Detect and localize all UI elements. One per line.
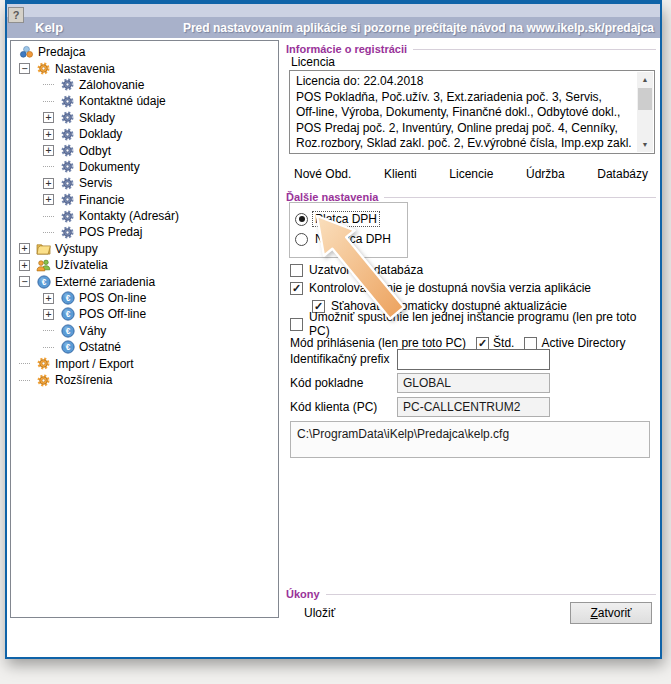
license-textbox[interactable]: Licencia do: 22.04.2018 POS Pokladňa, Po… [289,70,655,154]
tree-item-label: Doklady [79,127,122,141]
tree-item[interactable]: Kontakty (Adresár) [11,208,278,224]
expand-icon[interactable]: + [43,178,54,189]
tree-item[interactable]: +€POS On-line [11,290,278,306]
registration-button[interactable]: Údržba [522,165,569,183]
header-notice: Pred nastavovaním aplikácie si pozorne p… [183,21,654,35]
save-button[interactable]: Uložiť [300,604,339,622]
svg-text:€: € [65,342,70,352]
checkbox-label: Uzatvorená databáza [309,263,423,277]
tree-item[interactable]: +Odbyt [11,142,278,158]
vat-nonpayer-option[interactable]: Neplatca DPH [295,229,407,249]
tree-item[interactable]: +Sklady [11,110,278,126]
euro-icon: € [60,307,75,321]
tree-item-label: Výstupy [55,242,98,256]
expand-icon[interactable]: + [43,194,54,205]
gear-blue-icon [60,160,75,173]
license-scrollbar[interactable]: ▲ ▼ [637,72,653,152]
tree-item[interactable]: +Servis [11,175,278,191]
registration-button[interactable]: Databázy [593,165,652,183]
gear-blue-icon [60,78,75,91]
expand-icon[interactable]: + [19,260,30,271]
pos-code-label: Kód pokladne [290,376,397,390]
help-button[interactable]: ? [8,7,24,23]
tree-item-label: Nastavenia [55,62,115,76]
tree-connector [43,216,54,217]
tree-item[interactable]: +Financie [11,192,278,208]
scroll-up-icon[interactable]: ▲ [637,72,653,87]
header-bar: Kelp Pred nastavovaním aplikácie si pozo… [7,17,660,38]
registration-group-label: Informácie o registrácii [286,43,413,55]
prefix-label: Identifikačný prefix [290,352,397,366]
tree-item[interactable]: Dokumenty [11,159,278,175]
expand-icon[interactable]: + [43,129,54,140]
expand-icon[interactable]: + [43,309,54,320]
checkbox[interactable] [290,264,303,277]
tree-item[interactable]: +Doklady [11,126,278,142]
collapse-icon[interactable]: − [19,63,30,74]
gear-blue-icon [60,111,75,124]
license-text: Licencia do: 22.04.2018 POS Pokladňa, Po… [296,74,632,151]
users-icon [36,259,51,272]
vat-payer-option[interactable]: Platca DPH [295,209,407,229]
brand-label: Kelp [35,20,63,35]
euro-icon: € [36,275,51,289]
tree-connector [43,101,54,102]
registration-button[interactable]: Nové Obd. [290,165,355,183]
tree-item[interactable]: −Nastavenia [11,60,278,76]
expand-icon[interactable]: + [43,293,54,304]
checkbox-row: Uzatvorená databáza [290,261,660,279]
tree-item-label: Dokumenty [79,160,140,174]
logo-icon [19,45,34,59]
tree-item[interactable]: +Výstupy [11,241,278,257]
scroll-thumb[interactable] [638,88,652,110]
gear-blue-icon [60,177,75,190]
expand-icon[interactable]: + [19,243,30,254]
tree-connector [43,330,54,331]
tree-item[interactable]: Kontaktné údaje [11,93,278,109]
euro-icon: € [60,340,75,354]
svg-text:€: € [65,293,70,303]
checkbox[interactable] [290,318,303,331]
tree-item-label: Užívatelia [55,258,108,272]
tree-item[interactable]: €Ostatné [11,339,278,355]
registration-button[interactable]: Klienti [380,165,421,183]
vat-radio-panel: Platca DPH Neplatca DPH [289,202,408,258]
gear-blue-icon [60,95,75,108]
settings-checkboxes: Uzatvorená databáza✓Kontrolovať či nie j… [290,261,660,333]
scroll-down-icon[interactable]: ▼ [637,137,653,152]
tree-item-label: POS Predaj [79,225,142,239]
gear-blue-icon [60,226,75,239]
tree-item[interactable]: Predajca [11,44,278,60]
settings-window: Nastavenie aplikácie ✕ ? Kelp Pred nasta… [5,4,662,659]
close-dialog-button[interactable]: Zatvoriť [570,602,652,624]
folder-icon [36,242,51,255]
tree-item[interactable]: +Užívatelia [11,257,278,273]
tree-item[interactable]: −€Externé zariadenia [11,273,278,289]
tree-item[interactable]: €Váhy [11,323,278,339]
tree-item-label: POS On-line [79,291,146,305]
right-panel: Informácie o registrácii Licencia Licenc… [284,40,660,623]
tree-item-label: Kontakty (Adresár) [79,209,179,223]
client-area: ? Kelp Pred nastavovaním aplikácie si po… [7,4,660,623]
tree-item[interactable]: POS Predaj [11,224,278,240]
tree-item[interactable]: Rozšírenia [11,372,278,388]
checkbox[interactable]: ✓ [290,282,303,295]
gear-orange-icon [36,357,51,370]
tree-item[interactable]: +€POS Off-line [11,306,278,322]
registration-buttons: Nové Obd.KlientiLicencieÚdržbaDatabázy [290,162,652,186]
gear-orange-icon [36,374,51,387]
registration-button[interactable]: Licencie [445,165,497,183]
tree-item-label: Sklady [79,111,115,125]
expand-icon[interactable]: + [43,112,54,123]
tree-connector [43,166,54,167]
prefix-input[interactable] [397,349,550,370]
settings-tree: Predajca−NastaveniaZálohovanieKontaktné … [10,40,279,618]
expand-icon[interactable]: + [43,145,54,156]
tree-item-label: Kontaktné údaje [79,94,166,108]
collapse-icon[interactable]: − [19,276,30,287]
license-label: Licencia [291,55,335,69]
tree-item[interactable]: Zálohovanie [11,77,278,93]
checkbox-row: ✓Kontrolovať či nie je dostupná novšia v… [290,279,660,297]
tree-item[interactable]: Import / Export [11,355,278,371]
tree-item-label: Financie [79,193,124,207]
